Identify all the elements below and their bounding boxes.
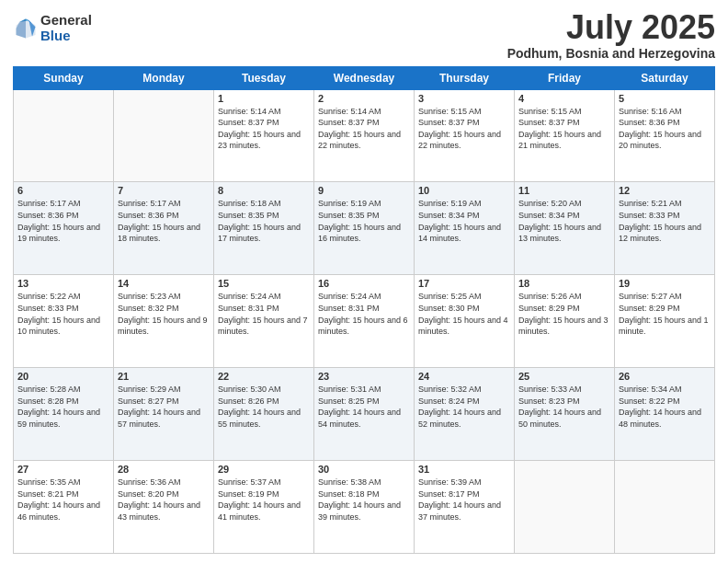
calendar-table: Sunday Monday Tuesday Wednesday Thursday… — [13, 66, 715, 554]
day-number: 6 — [17, 185, 109, 196]
day-info: Sunrise: 5:29 AM Sunset: 8:27 PM Dayligh… — [118, 384, 210, 430]
day-number: 21 — [118, 371, 210, 382]
day-number: 16 — [318, 278, 410, 289]
day-number: 5 — [619, 93, 711, 104]
day-info: Sunrise: 5:31 AM Sunset: 8:25 PM Dayligh… — [318, 384, 410, 430]
calendar-cell: 16Sunrise: 5:24 AM Sunset: 8:31 PM Dayli… — [314, 275, 415, 368]
calendar-cell: 30Sunrise: 5:38 AM Sunset: 8:18 PM Dayli… — [314, 461, 415, 554]
calendar-week-row: 6Sunrise: 5:17 AM Sunset: 8:36 PM Daylig… — [14, 182, 715, 275]
calendar-cell: 24Sunrise: 5:32 AM Sunset: 8:24 PM Dayli… — [415, 368, 515, 461]
day-info: Sunrise: 5:38 AM Sunset: 8:18 PM Dayligh… — [318, 477, 410, 523]
calendar-cell: 9Sunrise: 5:19 AM Sunset: 8:35 PM Daylig… — [314, 182, 415, 275]
day-info: Sunrise: 5:18 AM Sunset: 8:35 PM Dayligh… — [218, 198, 310, 244]
day-number: 28 — [118, 464, 210, 475]
day-number: 20 — [17, 371, 109, 382]
month-title: July 2025 — [507, 9, 715, 46]
calendar-week-row: 27Sunrise: 5:35 AM Sunset: 8:21 PM Dayli… — [14, 461, 715, 554]
calendar-cell: 26Sunrise: 5:34 AM Sunset: 8:22 PM Dayli… — [615, 368, 715, 461]
calendar-cell — [14, 89, 114, 182]
calendar-cell: 10Sunrise: 5:19 AM Sunset: 8:34 PM Dayli… — [415, 182, 515, 275]
day-info: Sunrise: 5:32 AM Sunset: 8:24 PM Dayligh… — [418, 384, 510, 430]
day-number: 29 — [218, 464, 310, 475]
location: Podhum, Bosnia and Herzegovina — [507, 46, 715, 61]
calendar-cell — [615, 461, 715, 554]
day-info: Sunrise: 5:34 AM Sunset: 8:22 PM Dayligh… — [619, 384, 711, 430]
calendar-cell: 13Sunrise: 5:22 AM Sunset: 8:33 PM Dayli… — [14, 275, 114, 368]
logo: General Blue — [13, 13, 92, 43]
day-info: Sunrise: 5:24 AM Sunset: 8:31 PM Dayligh… — [218, 291, 310, 337]
day-number: 31 — [418, 464, 510, 475]
day-number: 25 — [518, 371, 610, 382]
day-number: 18 — [518, 278, 610, 289]
day-info: Sunrise: 5:35 AM Sunset: 8:21 PM Dayligh… — [17, 477, 109, 523]
calendar-cell: 18Sunrise: 5:26 AM Sunset: 8:29 PM Dayli… — [515, 275, 615, 368]
calendar-cell: 21Sunrise: 5:29 AM Sunset: 8:27 PM Dayli… — [114, 368, 214, 461]
logo-blue-text: Blue — [40, 29, 92, 44]
calendar-cell: 12Sunrise: 5:21 AM Sunset: 8:33 PM Dayli… — [615, 182, 715, 275]
calendar-cell: 6Sunrise: 5:17 AM Sunset: 8:36 PM Daylig… — [14, 182, 114, 275]
day-number: 26 — [619, 371, 711, 382]
calendar-cell: 29Sunrise: 5:37 AM Sunset: 8:19 PM Dayli… — [214, 461, 314, 554]
day-info: Sunrise: 5:15 AM Sunset: 8:37 PM Dayligh… — [418, 106, 510, 152]
day-info: Sunrise: 5:25 AM Sunset: 8:30 PM Dayligh… — [418, 291, 510, 337]
day-number: 23 — [318, 371, 410, 382]
calendar-cell: 8Sunrise: 5:18 AM Sunset: 8:35 PM Daylig… — [214, 182, 314, 275]
calendar-cell: 4Sunrise: 5:15 AM Sunset: 8:37 PM Daylig… — [515, 89, 615, 182]
day-info: Sunrise: 5:15 AM Sunset: 8:37 PM Dayligh… — [518, 106, 610, 152]
calendar-cell: 27Sunrise: 5:35 AM Sunset: 8:21 PM Dayli… — [14, 461, 114, 554]
calendar-cell: 25Sunrise: 5:33 AM Sunset: 8:23 PM Dayli… — [515, 368, 615, 461]
col-sunday: Sunday — [14, 66, 114, 89]
day-info: Sunrise: 5:24 AM Sunset: 8:31 PM Dayligh… — [318, 291, 410, 337]
calendar-cell: 31Sunrise: 5:39 AM Sunset: 8:17 PM Dayli… — [415, 461, 515, 554]
logo-general-text: General — [40, 13, 92, 29]
day-info: Sunrise: 5:23 AM Sunset: 8:32 PM Dayligh… — [118, 291, 210, 337]
header: General Blue July 2025 Podhum, Bosnia an… — [13, 9, 715, 61]
header-row: Sunday Monday Tuesday Wednesday Thursday… — [14, 66, 715, 89]
calendar-cell: 17Sunrise: 5:25 AM Sunset: 8:30 PM Dayli… — [415, 275, 515, 368]
day-number: 9 — [318, 185, 410, 196]
day-number: 11 — [518, 185, 610, 196]
day-info: Sunrise: 5:21 AM Sunset: 8:33 PM Dayligh… — [619, 198, 711, 244]
day-number: 2 — [318, 93, 410, 104]
day-info: Sunrise: 5:27 AM Sunset: 8:29 PM Dayligh… — [619, 291, 711, 337]
col-thursday: Thursday — [415, 66, 515, 89]
day-number: 13 — [17, 278, 109, 289]
day-info: Sunrise: 5:36 AM Sunset: 8:20 PM Dayligh… — [118, 477, 210, 523]
day-info: Sunrise: 5:19 AM Sunset: 8:35 PM Dayligh… — [318, 198, 410, 244]
day-info: Sunrise: 5:17 AM Sunset: 8:36 PM Dayligh… — [118, 198, 210, 244]
day-number: 14 — [118, 278, 210, 289]
day-number: 27 — [17, 464, 109, 475]
logo-icon — [13, 16, 39, 41]
day-info: Sunrise: 5:14 AM Sunset: 8:37 PM Dayligh… — [318, 106, 410, 152]
day-info: Sunrise: 5:33 AM Sunset: 8:23 PM Dayligh… — [518, 384, 610, 430]
calendar-cell: 20Sunrise: 5:28 AM Sunset: 8:28 PM Dayli… — [14, 368, 114, 461]
day-info: Sunrise: 5:39 AM Sunset: 8:17 PM Dayligh… — [418, 477, 510, 523]
day-number: 8 — [218, 185, 310, 196]
col-saturday: Saturday — [615, 66, 715, 89]
col-tuesday: Tuesday — [214, 66, 314, 89]
day-number: 10 — [418, 185, 510, 196]
day-info: Sunrise: 5:22 AM Sunset: 8:33 PM Dayligh… — [17, 291, 109, 337]
day-info: Sunrise: 5:28 AM Sunset: 8:28 PM Dayligh… — [17, 384, 109, 430]
day-info: Sunrise: 5:20 AM Sunset: 8:34 PM Dayligh… — [518, 198, 610, 244]
calendar-cell — [515, 461, 615, 554]
col-friday: Friday — [515, 66, 615, 89]
day-info: Sunrise: 5:30 AM Sunset: 8:26 PM Dayligh… — [218, 384, 310, 430]
calendar-cell: 2Sunrise: 5:14 AM Sunset: 8:37 PM Daylig… — [314, 89, 415, 182]
day-number: 17 — [418, 278, 510, 289]
calendar-cell: 28Sunrise: 5:36 AM Sunset: 8:20 PM Dayli… — [114, 461, 214, 554]
calendar-cell: 1Sunrise: 5:14 AM Sunset: 8:37 PM Daylig… — [214, 89, 314, 182]
calendar-week-row: 20Sunrise: 5:28 AM Sunset: 8:28 PM Dayli… — [14, 368, 715, 461]
day-info: Sunrise: 5:37 AM Sunset: 8:19 PM Dayligh… — [218, 477, 310, 523]
title-area: July 2025 Podhum, Bosnia and Herzegovina — [507, 9, 715, 61]
day-info: Sunrise: 5:26 AM Sunset: 8:29 PM Dayligh… — [518, 291, 610, 337]
calendar-cell: 7Sunrise: 5:17 AM Sunset: 8:36 PM Daylig… — [114, 182, 214, 275]
day-number: 24 — [418, 371, 510, 382]
day-info: Sunrise: 5:19 AM Sunset: 8:34 PM Dayligh… — [418, 198, 510, 244]
calendar-cell: 22Sunrise: 5:30 AM Sunset: 8:26 PM Dayli… — [214, 368, 314, 461]
day-info: Sunrise: 5:16 AM Sunset: 8:36 PM Dayligh… — [619, 106, 711, 152]
day-number: 30 — [318, 464, 410, 475]
day-info: Sunrise: 5:14 AM Sunset: 8:37 PM Dayligh… — [218, 106, 310, 152]
calendar-cell: 11Sunrise: 5:20 AM Sunset: 8:34 PM Dayli… — [515, 182, 615, 275]
day-number: 15 — [218, 278, 310, 289]
